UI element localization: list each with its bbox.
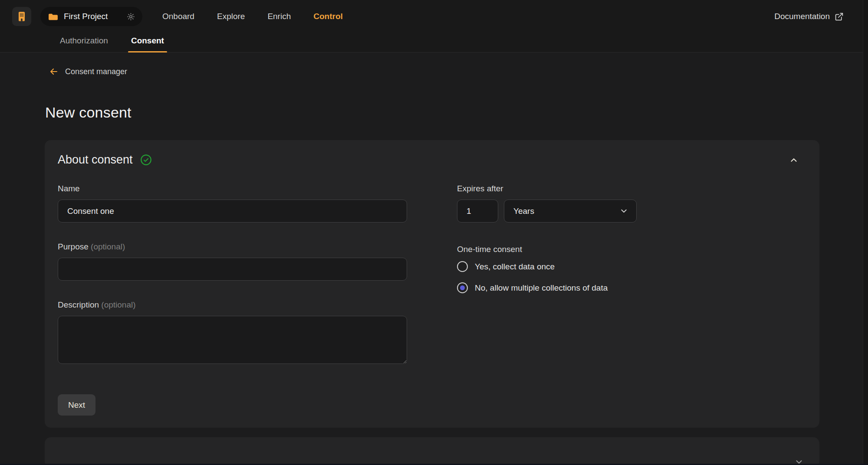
expires-after-row: Years <box>457 200 806 223</box>
tab-authorization[interactable]: Authorization <box>60 36 108 52</box>
main-nav: Onboard Explore Enrich Control <box>162 12 343 21</box>
radio-label-yes: Yes, collect data once <box>475 262 555 272</box>
purpose-input[interactable] <box>58 258 407 281</box>
radio-button-yes[interactable] <box>457 261 468 272</box>
nav-item-enrich[interactable]: Enrich <box>267 12 291 21</box>
description-label: Description (optional) <box>58 300 407 310</box>
purpose-label: Purpose (optional) <box>58 242 407 252</box>
expires-unit-select[interactable]: Years <box>504 200 637 223</box>
building-icon <box>16 11 27 22</box>
top-bar: First Project Onboard Explore Enrich Con… <box>0 0 868 52</box>
collapse-section-button[interactable] <box>787 154 800 167</box>
about-consent-form: Name Purpose (optional) Description (opt… <box>58 184 806 416</box>
check-circle-icon <box>140 154 152 166</box>
main-content: Consent manager New consent About consen… <box>0 52 868 465</box>
expires-after-label: Expires after <box>457 184 806 193</box>
name-input[interactable] <box>58 200 407 223</box>
expires-unit-value: Years <box>513 206 534 216</box>
card-title: About consent <box>58 153 133 167</box>
folder-icon <box>48 13 58 21</box>
form-left-column: Name Purpose (optional) Description (opt… <box>58 184 407 416</box>
expires-amount-input[interactable] <box>457 200 498 223</box>
top-bar-main-row: First Project Onboard Explore Enrich Con… <box>0 0 868 33</box>
form-right-column: Expires after Years One-time co <box>457 184 806 416</box>
one-time-consent-label: One-time consent <box>457 245 806 254</box>
project-switcher[interactable]: First Project <box>40 7 142 26</box>
radio-button-no[interactable] <box>457 282 468 293</box>
radio-label-no: No, allow multiple collections of data <box>475 283 608 293</box>
nav-item-explore[interactable]: Explore <box>217 12 245 21</box>
project-name: First Project <box>64 12 108 21</box>
back-link-consent-manager[interactable]: Consent manager <box>49 67 127 76</box>
purpose-optional-text: (optional) <box>91 242 125 251</box>
documentation-label: Documentation <box>774 12 830 21</box>
back-link-label: Consent manager <box>65 67 127 76</box>
external-link-icon <box>835 12 844 21</box>
scrollbar-track[interactable] <box>863 0 868 465</box>
description-label-text: Description <box>58 300 99 309</box>
app-logo[interactable] <box>12 7 31 26</box>
about-consent-card: About consent Name <box>45 140 819 428</box>
back-arrow-icon <box>49 67 59 76</box>
chevron-down-icon <box>619 206 628 216</box>
description-textarea[interactable] <box>58 316 407 364</box>
chevron-up-icon <box>789 155 799 165</box>
next-section-card <box>45 437 819 465</box>
documentation-link[interactable]: Documentation <box>774 12 844 21</box>
description-optional-text: (optional) <box>101 300 135 309</box>
purpose-label-text: Purpose <box>58 242 89 251</box>
page-title: New consent <box>45 104 868 121</box>
next-button[interactable]: Next <box>58 394 95 416</box>
gear-icon[interactable] <box>126 12 135 21</box>
radio-option-yes[interactable]: Yes, collect data once <box>457 261 806 272</box>
app-window: First Project Onboard Explore Enrich Con… <box>0 0 868 465</box>
about-consent-card-header: About consent <box>58 153 806 167</box>
tab-consent[interactable]: Consent <box>131 36 164 52</box>
sub-nav: Authorization Consent <box>0 36 164 52</box>
nav-item-control[interactable]: Control <box>313 12 343 21</box>
nav-item-onboard[interactable]: Onboard <box>162 12 194 21</box>
radio-option-no[interactable]: No, allow multiple collections of data <box>457 282 806 293</box>
name-label: Name <box>58 184 407 193</box>
